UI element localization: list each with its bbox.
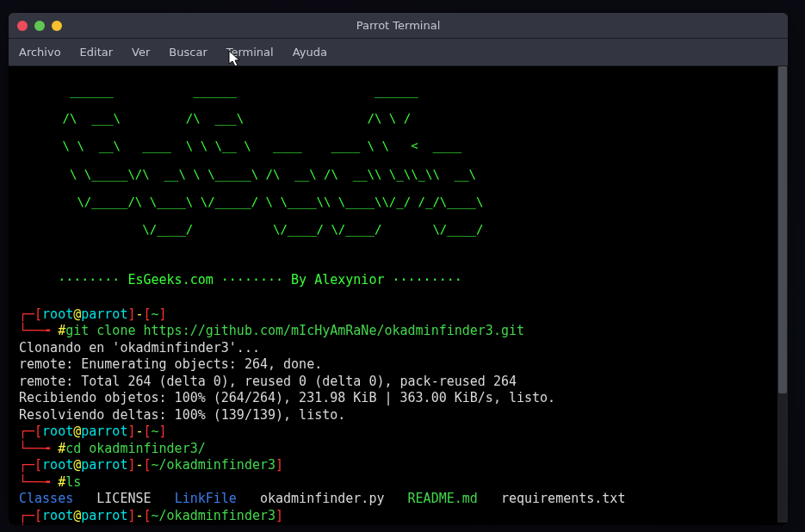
command-line: └──╼ #pip3 install -r requirements.txt xyxy=(19,524,777,525)
ascii-line: \ \ __\ ____ \ \ \__ \ ____ ____ \ \ < _… xyxy=(19,139,777,152)
menu-buscar[interactable]: Buscar xyxy=(169,46,207,59)
menu-archivo[interactable]: Archivo xyxy=(19,46,61,59)
prompt-user: root xyxy=(42,457,73,473)
prompt-at: @ xyxy=(73,424,81,439)
prompt-path: ~ xyxy=(152,306,159,322)
terminal-output-area[interactable]: ______ ______ ______ /\ ___\ /\ ___\ /\ … xyxy=(9,66,788,525)
menu-ayuda[interactable]: Ayuda xyxy=(293,46,327,59)
bracket: [ xyxy=(144,424,152,439)
close-icon[interactable] xyxy=(17,21,28,31)
prompt-line: ┌─[root@parrot]-[~/okadminfinder3] xyxy=(19,508,777,525)
prompt-path: ~/okadminfinder3 xyxy=(152,457,276,473)
prompt-at: @ xyxy=(73,508,81,523)
prompt-path: ~ xyxy=(152,424,159,439)
scrollbar-thumb[interactable] xyxy=(778,66,787,393)
command-text: pip3 install -r requirements.txt xyxy=(65,524,314,525)
menu-editar[interactable]: Editar xyxy=(80,46,114,59)
output-line: remote: Total 264 (delta 0), reused 0 (d… xyxy=(19,374,777,391)
arm-icon: └──╼ xyxy=(19,524,58,525)
corner-icon: ┌─ xyxy=(19,306,34,322)
prompt-host: parrot xyxy=(81,424,127,439)
ls-file: README.md xyxy=(408,491,478,506)
prompt-path: ~/okadminfinder3 xyxy=(152,508,276,523)
bracket: [ xyxy=(34,457,42,473)
ls-file: LICENSE xyxy=(96,491,151,506)
maximize-icon[interactable] xyxy=(52,21,62,31)
corner-icon: ┌─ xyxy=(19,457,34,473)
arm-icon: └──╼ xyxy=(19,474,58,490)
ascii-line: /\ ___\ /\ ___\ /\ \ / xyxy=(19,111,777,125)
dash: - xyxy=(135,457,143,473)
prompt-at: @ xyxy=(73,306,81,322)
prompt-at: @ xyxy=(73,457,81,473)
prompt-line: ┌─[root@parrot]-[~/okadminfinder3] xyxy=(19,457,777,474)
bracket: ] xyxy=(276,457,283,473)
dash: - xyxy=(135,508,143,523)
arm-icon: └──╼ xyxy=(19,323,58,338)
command-line: └──╼ #cd okadminfinder3/ xyxy=(19,441,777,458)
titlebar: Parrot Terminal xyxy=(9,13,788,39)
ascii-line: \ \_____\/\ __\ \ \_____\ /\ __\ /\ __\\… xyxy=(19,167,777,181)
bracket: [ xyxy=(34,424,42,439)
corner-icon: ┌─ xyxy=(19,508,34,523)
bracket: ] xyxy=(159,306,167,322)
window-title: Parrot Terminal xyxy=(356,19,441,32)
output-line: remote: Enumerating objects: 264, done. xyxy=(19,356,777,374)
prompt-line: ┌─[root@parrot]-[~] xyxy=(19,306,777,324)
mouse-cursor-icon xyxy=(228,50,244,69)
ascii-line: ______ ______ ______ xyxy=(19,84,777,97)
minimize-icon[interactable] xyxy=(34,21,45,31)
terminal-window: Parrot Terminal Archivo Editar Ver Busca… xyxy=(9,13,788,525)
bracket: ] xyxy=(159,424,167,439)
command-text: cd okadminfinder3/ xyxy=(65,441,206,456)
ls-file: requirements.txt xyxy=(501,491,626,506)
corner-icon: ┌─ xyxy=(19,424,34,439)
menubar: Archivo Editar Ver Buscar Terminal Ayuda xyxy=(9,39,788,66)
command-line: └──╼ #ls xyxy=(19,474,777,492)
output-line: Resolviendo deltas: 100% (139/139), list… xyxy=(19,407,777,424)
ascii-line: \/_____/\ \____\ \/_____/ \ \____\\ \___… xyxy=(19,195,777,208)
bracket: [ xyxy=(144,457,152,473)
prompt-line: ┌─[root@parrot]-[~] xyxy=(19,424,777,441)
command-line: └──╼ #git clone https://github.com/mIcHy… xyxy=(19,323,777,340)
prompt-hash: # xyxy=(58,474,65,490)
scrollbar[interactable] xyxy=(777,66,788,523)
bracket: [ xyxy=(144,306,152,322)
bracket: [ xyxy=(34,508,42,523)
prompt-user: root xyxy=(42,306,73,322)
prompt-host: parrot xyxy=(81,306,127,322)
prompt-host: parrot xyxy=(81,508,127,523)
prompt-user: root xyxy=(42,508,73,523)
prompt-hash: # xyxy=(58,323,65,338)
prompt-host: parrot xyxy=(81,457,127,473)
dash: - xyxy=(135,424,143,439)
output-line: Recibiendo objetos: 100% (264/264), 231.… xyxy=(19,390,777,407)
dash: - xyxy=(135,306,143,322)
prompt-hash: # xyxy=(58,441,65,456)
command-text: git clone https://github.com/mIcHyAmRaNe… xyxy=(65,323,524,338)
ascii-banner: ______ ______ ______ /\ ___\ /\ ___\ /\ … xyxy=(19,70,777,263)
prompt-hash: # xyxy=(58,524,65,525)
bracket: [ xyxy=(144,508,152,523)
ascii-line: \/____/ \/____/ \/____/ \/____/ xyxy=(19,222,777,236)
tagline: ········ EsGeeks.com ········ By Alexyni… xyxy=(19,272,777,289)
bracket: ] xyxy=(276,508,283,523)
menu-ver[interactable]: Ver xyxy=(132,46,150,59)
arm-icon: └──╼ xyxy=(19,441,58,456)
prompt-user: root xyxy=(42,424,73,439)
bracket: [ xyxy=(34,306,42,322)
command-text: ls xyxy=(65,474,81,490)
ls-file: okadminfinder.py xyxy=(260,491,385,506)
ls-output: Classes LICENSE LinkFile okadminfinder.p… xyxy=(19,491,777,508)
window-controls xyxy=(17,21,62,31)
ls-dir: Classes xyxy=(19,491,73,506)
output-line: Clonando en 'okadminfinder3'... xyxy=(19,340,777,357)
ls-dir: LinkFile xyxy=(175,491,237,506)
